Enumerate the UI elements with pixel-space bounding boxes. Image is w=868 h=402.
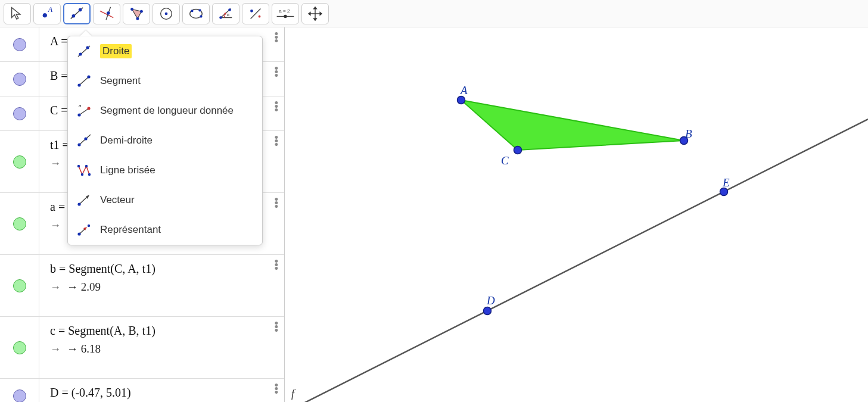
svg-point-9 xyxy=(140,10,143,13)
dropdown-ray[interactable]: Demi-droite xyxy=(68,126,262,155)
svg-line-5 xyxy=(100,11,113,17)
slider-tool[interactable]: a = 2 xyxy=(272,3,299,24)
expr: a = xyxy=(50,200,65,213)
expr: b = Segment(C, A, t1) xyxy=(50,262,273,276)
row-D[interactable]: D = (-0.47, 5.01) ••• xyxy=(0,379,284,402)
visibility-dot[interactable] xyxy=(13,341,26,354)
conic-tool[interactable] xyxy=(182,3,210,24)
point-A[interactable] xyxy=(458,96,465,104)
svg-point-23 xyxy=(259,15,261,17)
polygon-tool[interactable] xyxy=(123,3,150,24)
row-menu[interactable]: ••• xyxy=(275,384,278,394)
perpendicular-tool[interactable] xyxy=(93,3,120,24)
svg-point-45 xyxy=(88,173,91,176)
dropdown-label: Segment xyxy=(100,75,141,87)
algebra-panel: A = (-4.01, 8.63) ••• B = (1.8, 7.34) ••… xyxy=(0,27,285,402)
row-menu[interactable]: ••• xyxy=(275,101,278,112)
visibility-dot[interactable] xyxy=(13,389,26,402)
label-E: E xyxy=(723,176,730,189)
svg-point-33 xyxy=(77,83,80,86)
svg-point-17 xyxy=(219,16,222,19)
line-f[interactable] xyxy=(285,119,868,402)
svg-point-47 xyxy=(77,202,80,205)
svg-point-37 xyxy=(77,113,80,116)
svg-point-7 xyxy=(107,11,110,15)
label-f: f xyxy=(291,388,294,400)
svg-point-42 xyxy=(77,165,80,167)
visibility-dot[interactable] xyxy=(13,217,26,230)
point-tool[interactable]: A xyxy=(33,3,61,24)
row-b[interactable]: b = Segment(C, A, t1) →→ 2.09 ••• xyxy=(0,255,284,317)
svg-point-34 xyxy=(87,75,90,78)
svg-point-40 xyxy=(77,143,80,146)
dropdown-segment-fixed[interactable]: a Segment de longueur donnée xyxy=(68,96,262,126)
expr: B = xyxy=(50,69,68,82)
svg-text:a: a xyxy=(79,103,82,108)
svg-point-8 xyxy=(130,8,133,11)
expr: A = xyxy=(50,35,68,48)
expr: t1 = xyxy=(50,138,69,151)
toolbar: A α a = 2 xyxy=(0,0,868,27)
svg-point-19 xyxy=(224,13,226,14)
row-menu[interactable]: ••• xyxy=(275,260,278,270)
visibility-dot[interactable] xyxy=(13,155,26,169)
svg-point-22 xyxy=(250,9,253,12)
move-view-tool[interactable] xyxy=(301,3,329,24)
dropdown-label: Demi-droite xyxy=(100,135,153,147)
polyline-icon xyxy=(76,163,92,178)
line-tool-dropdown: Droite Segment a Segment de longueur don… xyxy=(67,36,263,245)
row-menu[interactable]: ••• xyxy=(275,136,278,147)
expr: D = (-0.47, 5.01) xyxy=(50,386,131,399)
point-D[interactable] xyxy=(484,307,491,315)
svg-point-0 xyxy=(43,13,47,17)
svg-point-43 xyxy=(81,173,83,176)
line-icon xyxy=(76,43,92,59)
visibility-dot[interactable] xyxy=(13,279,26,292)
svg-line-36 xyxy=(79,108,89,115)
row-menu[interactable]: ••• xyxy=(275,198,278,208)
label-C: C xyxy=(501,154,509,167)
svg-point-41 xyxy=(84,137,87,140)
dropdown-vector[interactable]: Vecteur xyxy=(68,185,262,215)
visibility-dot[interactable] xyxy=(13,73,26,86)
angle-tool[interactable]: α xyxy=(212,3,239,24)
ray-icon xyxy=(76,133,92,148)
svg-point-30 xyxy=(79,52,82,55)
move-tool[interactable] xyxy=(4,3,31,24)
dropdown-label: Segment de longueur donnée xyxy=(100,105,234,117)
label-A: A xyxy=(461,84,468,97)
svg-point-3 xyxy=(72,14,76,17)
visibility-dot[interactable] xyxy=(13,107,26,120)
dropdown-segment[interactable]: Segment xyxy=(68,66,262,96)
point-C[interactable] xyxy=(514,147,522,154)
graphics-view[interactable]: A B C D E f xyxy=(285,27,868,402)
row-menu[interactable]: ••• xyxy=(275,32,278,43)
expr: c = Segment(A, B, t1) xyxy=(50,324,273,338)
svg-point-4 xyxy=(79,8,82,11)
row-menu[interactable]: ••• xyxy=(275,322,278,332)
line-tool[interactable] xyxy=(63,3,91,24)
dropdown-line[interactable]: Droite xyxy=(68,36,262,66)
circle-tool[interactable] xyxy=(153,3,180,24)
visibility-dot[interactable] xyxy=(13,38,26,51)
svg-line-32 xyxy=(79,77,89,85)
svg-point-31 xyxy=(86,46,89,49)
svg-point-12 xyxy=(165,12,168,15)
dropdown-label: Droite xyxy=(100,44,132,58)
dropdown-label: Ligne brisée xyxy=(100,164,155,176)
svg-text:a = 2: a = 2 xyxy=(279,8,290,14)
vector-icon xyxy=(76,192,92,208)
dropdown-vector-from-point[interactable]: Représentant xyxy=(68,215,262,245)
expr: C = xyxy=(50,104,68,117)
vector-from-point-icon xyxy=(76,222,92,238)
row-menu[interactable]: ••• xyxy=(275,67,278,77)
row-c[interactable]: c = Segment(A, B, t1) →→ 6.18 ••• xyxy=(0,317,284,379)
reflect-tool[interactable] xyxy=(242,3,269,24)
dropdown-polyline[interactable]: Ligne brisée xyxy=(68,155,262,185)
svg-point-14 xyxy=(191,10,193,12)
svg-point-18 xyxy=(228,8,231,11)
svg-point-16 xyxy=(200,15,202,17)
label-D: D xyxy=(487,294,495,307)
segment-icon xyxy=(76,73,92,89)
dropdown-label: Vecteur xyxy=(100,194,135,206)
